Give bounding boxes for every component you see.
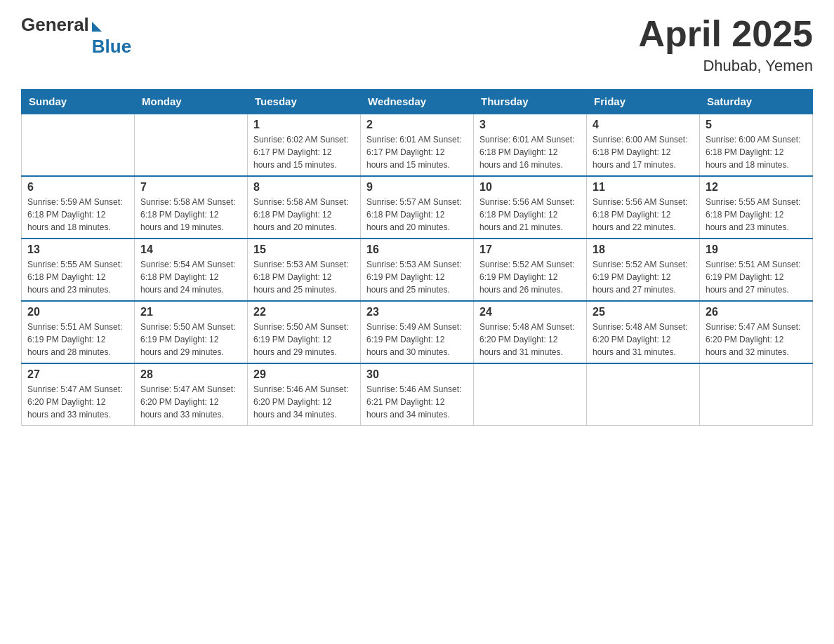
calendar-table: SundayMondayTuesdayWednesdayThursdayFrid…: [21, 89, 813, 426]
day-info: Sunrise: 5:52 AM Sunset: 6:19 PM Dayligh…: [593, 258, 694, 296]
header-day-thursday: Thursday: [474, 90, 587, 114]
day-info: Sunrise: 5:53 AM Sunset: 6:18 PM Dayligh…: [253, 258, 355, 296]
day-number: 5: [706, 119, 807, 131]
calendar-cell: 24Sunrise: 5:48 AM Sunset: 6:20 PM Dayli…: [474, 301, 587, 363]
calendar-cell: 21Sunrise: 5:50 AM Sunset: 6:19 PM Dayli…: [135, 301, 248, 363]
calendar-cell: 7Sunrise: 5:58 AM Sunset: 6:18 PM Daylig…: [135, 176, 248, 239]
day-info: Sunrise: 6:00 AM Sunset: 6:18 PM Dayligh…: [706, 133, 807, 171]
day-info: Sunrise: 5:53 AM Sunset: 6:19 PM Dayligh…: [366, 258, 468, 296]
calendar-cell: 17Sunrise: 5:52 AM Sunset: 6:19 PM Dayli…: [474, 239, 587, 301]
day-number: 25: [593, 306, 694, 318]
day-number: 26: [706, 306, 807, 318]
header-day-tuesday: Tuesday: [248, 90, 361, 114]
day-info: Sunrise: 5:58 AM Sunset: 6:18 PM Dayligh…: [140, 196, 241, 234]
calendar-cell: 4Sunrise: 6:00 AM Sunset: 6:18 PM Daylig…: [587, 114, 700, 176]
calendar-week-row: 20Sunrise: 5:51 AM Sunset: 6:19 PM Dayli…: [22, 301, 813, 363]
calendar-cell: 8Sunrise: 5:58 AM Sunset: 6:18 PM Daylig…: [248, 176, 361, 239]
calendar-cell: 11Sunrise: 5:56 AM Sunset: 6:18 PM Dayli…: [587, 176, 700, 239]
day-number: 7: [140, 181, 241, 194]
day-info: Sunrise: 5:51 AM Sunset: 6:19 PM Dayligh…: [706, 258, 807, 296]
day-info: Sunrise: 5:52 AM Sunset: 6:19 PM Dayligh…: [479, 258, 581, 296]
calendar-cell: 15Sunrise: 5:53 AM Sunset: 6:18 PM Dayli…: [248, 239, 361, 301]
calendar-cell: 27Sunrise: 5:47 AM Sunset: 6:20 PM Dayli…: [22, 363, 135, 426]
day-number: 28: [140, 368, 241, 381]
day-info: Sunrise: 5:47 AM Sunset: 6:20 PM Dayligh…: [706, 321, 807, 358]
day-number: 27: [27, 368, 128, 381]
day-number: 9: [366, 181, 468, 194]
calendar-cell: 2Sunrise: 6:01 AM Sunset: 6:17 PM Daylig…: [361, 114, 474, 176]
page-header: General General Blue April 2025 Dhubab, …: [21, 14, 813, 75]
calendar-cell: 12Sunrise: 5:55 AM Sunset: 6:18 PM Dayli…: [700, 176, 813, 239]
day-number: 4: [593, 119, 694, 131]
header-day-monday: Monday: [135, 90, 248, 114]
day-info: Sunrise: 5:57 AM Sunset: 6:18 PM Dayligh…: [366, 196, 468, 234]
calendar-cell: 10Sunrise: 5:56 AM Sunset: 6:18 PM Dayli…: [474, 176, 587, 239]
calendar-cell: 5Sunrise: 6:00 AM Sunset: 6:18 PM Daylig…: [700, 114, 813, 176]
calendar-cell: 1Sunrise: 6:02 AM Sunset: 6:17 PM Daylig…: [248, 114, 361, 176]
day-number: 30: [366, 368, 468, 381]
day-number: 15: [253, 243, 355, 256]
day-number: 13: [27, 243, 128, 256]
day-info: Sunrise: 5:55 AM Sunset: 6:18 PM Dayligh…: [27, 258, 128, 296]
day-number: 14: [140, 243, 241, 256]
day-number: 1: [253, 119, 355, 131]
calendar-cell: 20Sunrise: 5:51 AM Sunset: 6:19 PM Dayli…: [22, 301, 135, 363]
day-number: 12: [706, 181, 807, 194]
day-info: Sunrise: 5:49 AM Sunset: 6:19 PM Dayligh…: [366, 321, 468, 358]
calendar-cell: [22, 114, 135, 176]
calendar-cell: 3Sunrise: 6:01 AM Sunset: 6:18 PM Daylig…: [474, 114, 587, 176]
day-number: 11: [593, 181, 694, 194]
day-number: 21: [140, 306, 241, 318]
calendar-cell: [474, 363, 587, 426]
calendar-week-row: 1Sunrise: 6:02 AM Sunset: 6:17 PM Daylig…: [22, 114, 813, 176]
calendar-cell: 6Sunrise: 5:59 AM Sunset: 6:18 PM Daylig…: [22, 176, 135, 239]
day-number: 3: [479, 119, 581, 131]
header-day-saturday: Saturday: [700, 90, 813, 114]
day-info: Sunrise: 5:58 AM Sunset: 6:18 PM Dayligh…: [253, 196, 355, 234]
day-info: Sunrise: 6:02 AM Sunset: 6:17 PM Dayligh…: [253, 133, 355, 171]
calendar-cell: 18Sunrise: 5:52 AM Sunset: 6:19 PM Dayli…: [587, 239, 700, 301]
calendar-title: April 2025: [638, 14, 813, 54]
calendar-cell: 23Sunrise: 5:49 AM Sunset: 6:19 PM Dayli…: [361, 301, 474, 363]
calendar-cell: [700, 363, 813, 426]
header-day-friday: Friday: [587, 90, 700, 114]
day-number: 8: [253, 181, 355, 194]
calendar-cell: 19Sunrise: 5:51 AM Sunset: 6:19 PM Dayli…: [700, 239, 813, 301]
calendar-location: Dhubab, Yemen: [638, 57, 813, 75]
day-info: Sunrise: 6:00 AM Sunset: 6:18 PM Dayligh…: [593, 133, 694, 171]
calendar-cell: [135, 114, 248, 176]
calendar-week-row: 13Sunrise: 5:55 AM Sunset: 6:18 PM Dayli…: [22, 239, 813, 301]
day-info: Sunrise: 5:56 AM Sunset: 6:18 PM Dayligh…: [479, 196, 581, 234]
day-number: 6: [27, 181, 128, 194]
calendar-cell: 28Sunrise: 5:47 AM Sunset: 6:20 PM Dayli…: [135, 363, 248, 426]
day-number: 17: [479, 243, 581, 256]
day-info: Sunrise: 5:56 AM Sunset: 6:18 PM Dayligh…: [593, 196, 694, 234]
day-info: Sunrise: 5:51 AM Sunset: 6:19 PM Dayligh…: [27, 321, 128, 358]
day-info: Sunrise: 5:47 AM Sunset: 6:20 PM Dayligh…: [140, 383, 241, 421]
day-info: Sunrise: 5:50 AM Sunset: 6:19 PM Dayligh…: [140, 321, 241, 358]
day-number: 19: [706, 243, 807, 256]
calendar-cell: 13Sunrise: 5:55 AM Sunset: 6:18 PM Dayli…: [22, 239, 135, 301]
calendar-cell: 25Sunrise: 5:48 AM Sunset: 6:20 PM Dayli…: [587, 301, 700, 363]
day-info: Sunrise: 6:01 AM Sunset: 6:17 PM Dayligh…: [366, 133, 468, 171]
calendar-week-row: 27Sunrise: 5:47 AM Sunset: 6:20 PM Dayli…: [22, 363, 813, 426]
day-info: Sunrise: 5:48 AM Sunset: 6:20 PM Dayligh…: [479, 321, 581, 358]
day-info: Sunrise: 5:59 AM Sunset: 6:18 PM Dayligh…: [27, 196, 128, 234]
calendar-cell: 22Sunrise: 5:50 AM Sunset: 6:19 PM Dayli…: [248, 301, 361, 363]
calendar-cell: 9Sunrise: 5:57 AM Sunset: 6:18 PM Daylig…: [361, 176, 474, 239]
calendar-cell: 14Sunrise: 5:54 AM Sunset: 6:18 PM Dayli…: [135, 239, 248, 301]
calendar-cell: 26Sunrise: 5:47 AM Sunset: 6:20 PM Dayli…: [700, 301, 813, 363]
day-info: Sunrise: 5:50 AM Sunset: 6:19 PM Dayligh…: [253, 321, 355, 358]
calendar-cell: 16Sunrise: 5:53 AM Sunset: 6:19 PM Dayli…: [361, 239, 474, 301]
logo: General General Blue: [21, 14, 131, 58]
logo-arrow-icon: [92, 22, 102, 32]
calendar-week-row: 6Sunrise: 5:59 AM Sunset: 6:18 PM Daylig…: [22, 176, 813, 239]
day-number: 20: [27, 306, 128, 318]
day-info: Sunrise: 5:46 AM Sunset: 6:21 PM Dayligh…: [366, 383, 468, 421]
header-day-wednesday: Wednesday: [361, 90, 474, 114]
day-number: 29: [253, 368, 355, 381]
day-number: 18: [593, 243, 694, 256]
day-info: Sunrise: 5:47 AM Sunset: 6:20 PM Dayligh…: [27, 383, 128, 421]
day-number: 24: [479, 306, 581, 318]
day-info: Sunrise: 5:46 AM Sunset: 6:20 PM Dayligh…: [253, 383, 355, 421]
